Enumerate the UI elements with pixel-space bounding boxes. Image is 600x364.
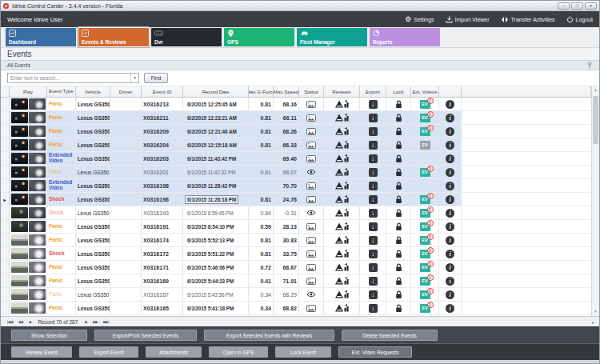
export-cell[interactable]: ↓ [360,247,386,260]
tab-reports[interactable]: Reports [370,28,440,46]
play-cell[interactable] [10,138,47,151]
logout-button[interactable]: Logout [566,16,593,23]
driver-camera-thumbnail[interactable] [29,153,46,164]
import-viewer-button[interactable]: Import Viewer [446,16,490,23]
ext-videos-cell[interactable]: EV2 [411,98,439,110]
chevron-down-icon[interactable]: ▾ [130,74,136,82]
ext-videos-cell[interactable]: EV3 [411,220,439,233]
info-cell[interactable]: i [439,288,462,301]
open-in-gps-button[interactable]: Open in GPS [209,346,268,358]
ext-videos-cell[interactable]: EV [411,179,439,192]
road-camera-thumbnail[interactable] [11,302,28,314]
attachments-button[interactable]: Attachments [146,346,202,358]
driver-camera-thumbnail[interactable] [29,275,46,286]
lock-cell[interactable] [386,111,411,124]
ev-chip-icon[interactable]: EV3 [420,209,430,218]
first-record-button[interactable]: |◀◀ [6,320,14,324]
ev-chip-icon[interactable]: EV3 [420,236,430,245]
settings-button[interactable]: ⚙ Settings [405,16,434,23]
export-download-icon[interactable]: ↓ [369,277,378,286]
driver-camera-thumbnail[interactable] [29,302,46,314]
table-row[interactable]: ▸ Panic Lexus GS350 X0316167 6/1/2015 5:… [1,288,591,302]
info-icon[interactable]: i [446,209,454,218]
next-page-button[interactable]: ▶▶ [91,320,99,324]
road-camera-thumbnail[interactable] [11,289,28,300]
export-cell[interactable]: ↓ [360,179,386,192]
reviews-cell[interactable] [324,166,360,178]
driver-camera-thumbnail[interactable] [29,112,46,123]
lock-cell[interactable] [386,220,411,233]
ev-chip-icon[interactable]: EV3 [420,263,430,272]
header-reviews[interactable]: Reviews [324,86,360,97]
export-print-selected-button[interactable]: Export/Print Selected Events [94,330,197,341]
road-camera-thumbnail[interactable] [11,221,28,232]
reviews-cell[interactable] [324,193,360,206]
ev-chip-icon[interactable]: EV3 [420,114,430,122]
tab-gps[interactable]: GPS [224,28,294,46]
road-camera-thumbnail[interactable] [11,98,28,110]
tab-dvr[interactable]: Dvr [151,28,222,46]
prev-record-button[interactable]: ◀ [27,320,33,324]
info-icon[interactable]: i [446,168,454,177]
driver-camera-thumbnail[interactable] [29,234,46,246]
export-download-icon[interactable]: ↓ [369,168,378,177]
table-row[interactable]: ▸ Panic Lexus GS350 X0316171 6/1/2015 5:… [1,261,591,274]
info-icon[interactable]: i [446,263,454,272]
table-row[interactable]: ▸ Extended Video Lexus GS350 X0316198 6/… [1,179,591,193]
review-event-button[interactable]: Review Event [11,346,72,358]
hscroll-right-icon[interactable]: ▸ [592,319,594,325]
reviews-cell[interactable] [324,179,360,192]
export-cell[interactable]: ↓ [360,220,386,233]
ev-chip-icon[interactable]: EV3 [420,168,430,177]
export-cell[interactable]: ↓ [360,125,386,138]
table-row[interactable]: ▸ Panic Lexus GS350 X0316169 6/1/2015 5:… [1,274,591,288]
lock-cell[interactable] [386,302,411,314]
find-button[interactable]: Find [144,73,168,83]
road-camera-thumbnail[interactable] [11,194,28,205]
export-cell[interactable]: ↓ [360,302,386,314]
play-cell[interactable] [10,302,47,314]
road-camera-thumbnail[interactable] [11,248,28,259]
lock-cell[interactable] [386,98,411,110]
ext-videos-cell[interactable]: EV3 [411,193,439,206]
record-date-cell[interactable]: 6/1/2015 5:43:56 PM [183,288,249,301]
driver-camera-thumbnail[interactable] [29,180,46,191]
export-download-icon[interactable]: ↓ [369,100,378,109]
export-download-icon[interactable]: ↓ [369,195,378,204]
reviews-cell[interactable] [324,125,360,138]
record-date-cell[interactable]: 6/1/2015 5:51:22 PM [183,247,249,260]
ext-videos-cell[interactable]: EV3 [411,261,439,274]
lock-event-button[interactable]: Lock Event [275,346,331,358]
header-play[interactable]: Play [10,86,47,97]
export-cell[interactable]: ↓ [360,166,386,178]
pin-icon[interactable] [586,62,593,69]
export-download-icon[interactable]: ↓ [369,236,378,245]
ext-videos-cell[interactable]: EV3 [411,206,439,219]
export-cell[interactable]: ↓ [360,261,386,274]
play-cell[interactable] [10,98,47,110]
info-icon[interactable]: i [446,222,454,231]
play-cell[interactable] [10,234,47,246]
table-row[interactable]: ▸ Panic Lexus GS350 X0316174 6/1/2015 5:… [1,234,591,247]
play-cell[interactable] [10,274,47,287]
lock-cell[interactable] [386,261,411,274]
lock-cell[interactable] [386,206,411,219]
header-max-gforce[interactable]: Max G-Force [249,86,274,97]
export-cell[interactable]: ↓ [360,111,386,124]
reviews-cell[interactable] [324,247,360,260]
road-camera-thumbnail[interactable] [11,275,28,286]
export-cell[interactable]: ↓ [360,152,386,165]
scrollbar-thumb[interactable] [593,96,598,144]
reviews-cell[interactable] [324,220,360,233]
play-cell[interactable] [10,247,47,260]
record-date-cell[interactable]: 6/1/2015 11:42:32 PM [183,166,249,178]
info-cell[interactable]: i [439,98,462,110]
next-record-button[interactable]: ▶ [83,320,89,324]
ext-videos-cell[interactable]: EV3 [411,247,439,260]
header-event-type[interactable]: Event Type [47,86,76,97]
ext-videos-cell[interactable]: EV [411,138,439,151]
record-date-cell[interactable]: 6/2/2015 12:23:21 AM [183,111,249,124]
info-cell[interactable]: i [439,138,462,151]
info-cell[interactable]: i [439,206,462,219]
road-camera-thumbnail[interactable] [11,126,28,137]
